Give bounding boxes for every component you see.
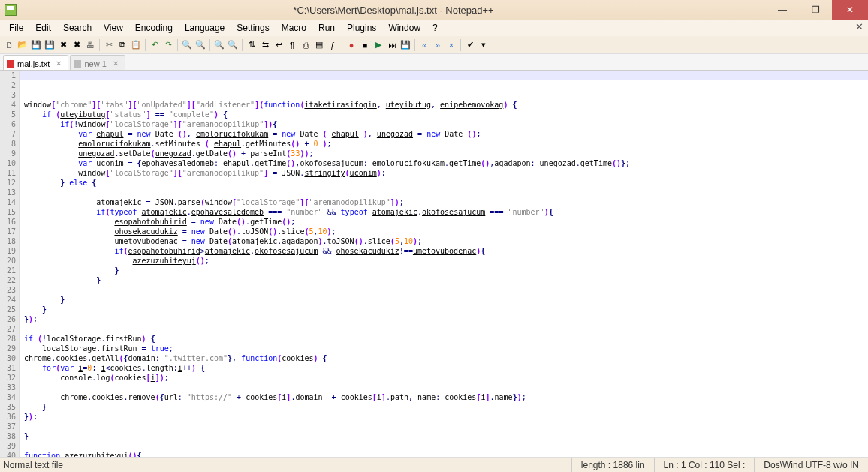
menu-run[interactable]: Run <box>312 21 341 35</box>
zoom-in-icon[interactable]: 🔍 <box>213 39 225 51</box>
new-file-icon[interactable]: 🗋 <box>3 39 15 51</box>
print-icon[interactable]: 🖶 <box>84 39 96 51</box>
replace-icon[interactable]: 🔍 <box>194 39 206 51</box>
menu-file[interactable]: File <box>3 21 29 35</box>
menu-help[interactable]: ? <box>426 21 444 35</box>
menu-plugins[interactable]: Plugins <box>341 21 382 35</box>
current-line-highlight <box>20 71 868 80</box>
window-controls: — ❐ ✕ <box>766 0 868 20</box>
macro-multi-icon[interactable]: ⏭ <box>386 39 398 51</box>
zoom-out-icon[interactable]: 🔍 <box>227 39 239 51</box>
close-file-icon[interactable]: ✖ <box>57 39 69 51</box>
menu-search[interactable]: Search <box>57 21 98 35</box>
paste-icon[interactable]: 📋 <box>130 39 142 51</box>
macro-play-icon[interactable]: ▶ <box>372 39 384 51</box>
tab-new-1[interactable]: new 1 ✕ <box>70 55 125 70</box>
close-all-icon[interactable]: ✖ <box>71 39 83 51</box>
macro-stop-icon[interactable]: ■ <box>359 39 371 51</box>
tab-label: mal.js.txt <box>17 59 50 68</box>
convert-icon[interactable]: × <box>445 39 457 51</box>
unmodified-indicator-icon <box>74 60 81 68</box>
outdent-icon[interactable]: « <box>418 39 430 51</box>
menu-encoding[interactable]: Encoding <box>129 21 179 35</box>
sync-h-icon[interactable]: ⇆ <box>259 39 271 51</box>
cut-icon[interactable]: ✂ <box>103 39 115 51</box>
redo-icon[interactable]: ↷ <box>162 39 174 51</box>
save-all-icon[interactable]: 💾 <box>44 39 56 51</box>
editor-area[interactable]: 1 2 3 4 5 6 7 8 9 10 11 12 13 14 15 16 1… <box>0 71 868 457</box>
status-cursor: Ln : 1 Col : 110 Sel : <box>654 458 755 472</box>
undo-icon[interactable]: ↶ <box>149 39 161 51</box>
spellcheck-icon[interactable]: ✔ <box>464 39 476 51</box>
status-encoding: Dos\Wind UTF-8 w/o IN <box>754 458 868 472</box>
title-bar: *C:\Users\Mert\Desktop\mal.js.txt - Note… <box>0 0 868 20</box>
menu-bar: File Edit Search View Encoding Language … <box>0 20 868 36</box>
code-view[interactable]: window["chrome"]["tabs"]["onUpdated"]["a… <box>20 71 868 457</box>
macro-record-icon[interactable]: ● <box>345 39 357 51</box>
minimize-button[interactable]: — <box>766 0 799 20</box>
allchars-icon[interactable]: ¶ <box>286 39 298 51</box>
next-misspell-icon[interactable]: ▾ <box>478 39 490 51</box>
wordwrap-icon[interactable]: ↩ <box>273 39 285 51</box>
copy-icon[interactable]: ⧉ <box>116 39 128 51</box>
close-button[interactable]: ✕ <box>832 0 868 20</box>
status-language: Normal text file <box>0 460 571 470</box>
indent-guide-icon[interactable]: ⎙ <box>300 39 312 51</box>
app-icon <box>5 4 17 16</box>
tab-label: new 1 <box>84 59 106 68</box>
line-number-gutter: 1 2 3 4 5 6 7 8 9 10 11 12 13 14 15 16 1… <box>0 71 20 457</box>
tab-close-icon[interactable]: ✕ <box>56 59 62 68</box>
func-list-icon[interactable]: ƒ <box>327 39 339 51</box>
toolbar: 🗋 📂 💾 💾 ✖ ✖ 🖶 ✂ ⧉ 📋 ↶ ↷ 🔍 🔍 🔍 🔍 ⇅ ⇆ ↩ ¶ … <box>0 36 868 54</box>
menu-window[interactable]: Window <box>382 21 426 35</box>
doc-map-icon[interactable]: ▤ <box>313 39 325 51</box>
find-icon[interactable]: 🔍 <box>181 39 193 51</box>
menu-language[interactable]: Language <box>179 21 231 35</box>
mdi-close-icon[interactable]: ✕ <box>855 21 863 32</box>
tab-close-icon[interactable]: ✕ <box>113 59 119 68</box>
sync-v-icon[interactable]: ⇅ <box>246 39 258 51</box>
save-icon[interactable]: 💾 <box>30 39 42 51</box>
open-file-icon[interactable]: 📂 <box>17 39 29 51</box>
tab-mal-js-txt[interactable]: mal.js.txt ✕ <box>3 55 68 70</box>
menu-view[interactable]: View <box>98 21 129 35</box>
modified-indicator-icon <box>7 60 14 68</box>
window-title: *C:\Users\Mert\Desktop\mal.js.txt - Note… <box>21 5 766 16</box>
macro-save-icon[interactable]: 💾 <box>399 39 411 51</box>
status-bar: Normal text file length : 1886 lin Ln : … <box>0 457 868 472</box>
status-length: length : 1886 lin <box>571 458 654 472</box>
document-tabs: mal.js.txt ✕ new 1 ✕ <box>0 54 868 71</box>
menu-macro[interactable]: Macro <box>276 21 312 35</box>
indent-icon[interactable]: » <box>432 39 444 51</box>
maximize-button[interactable]: ❐ <box>799 0 832 20</box>
menu-edit[interactable]: Edit <box>29 21 57 35</box>
menu-settings[interactable]: Settings <box>231 21 275 35</box>
